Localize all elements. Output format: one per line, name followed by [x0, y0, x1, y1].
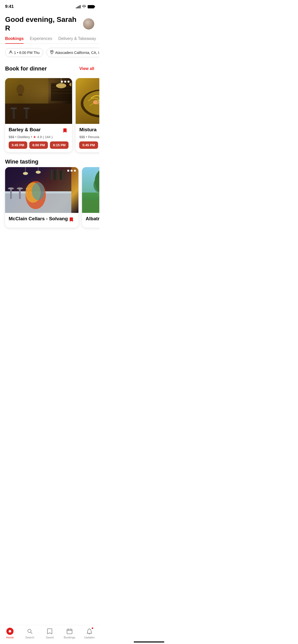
- svg-point-18: [17, 84, 24, 95]
- battery-icon: [88, 5, 94, 8]
- card-mcclain[interactable]: McClain Cellars - Solvang: [5, 167, 78, 228]
- svg-rect-29: [57, 169, 59, 180]
- bookmark-barley[interactable]: [61, 127, 69, 134]
- bookmark-mcclain[interactable]: [68, 216, 75, 223]
- card-name-mistura: Mistura: [79, 127, 97, 133]
- location-icon: [50, 50, 53, 55]
- card-body-mistura: Mistura $$$ • Peruvian • ★ 5:45 PM: [76, 124, 99, 152]
- svg-point-41: [23, 172, 28, 175]
- svg-rect-16: [25, 109, 28, 119]
- dot-2: [64, 81, 66, 83]
- card-name-barley: Barley & Boar: [9, 127, 41, 133]
- time-slot-615[interactable]: 6:15 PM: [50, 141, 69, 149]
- svg-rect-34: [19, 189, 21, 199]
- dot-1: [61, 81, 63, 83]
- status-icons: [76, 4, 94, 9]
- dot-3: [74, 170, 76, 172]
- dinner-title: Book for dinner: [5, 65, 47, 72]
- card-meta-mistura: $$$ • Peruvian • ★: [79, 135, 99, 139]
- time-slot-545[interactable]: 5:45 PM: [9, 141, 27, 149]
- card-dots: [61, 81, 70, 83]
- svg-rect-11: [5, 87, 71, 87]
- view-all-dinner[interactable]: View all: [79, 66, 94, 71]
- dot-2: [71, 170, 73, 172]
- svg-rect-19: [18, 94, 22, 96]
- svg-point-22: [93, 100, 99, 104]
- wine-section-header: Wine tasting: [0, 156, 99, 167]
- card-body-mcclain: McClain Cellars - Solvang: [5, 213, 78, 228]
- svg-rect-31: [63, 170, 65, 180]
- time-slot-600[interactable]: 6:00 PM: [29, 141, 48, 149]
- svg-point-40: [32, 182, 45, 200]
- time-slots-mistura: 5:45 PM: [79, 141, 99, 149]
- svg-point-0: [10, 51, 11, 52]
- svg-point-43: [36, 171, 41, 174]
- card-name-albatross: Albatross Rid: [86, 216, 99, 222]
- card-body-albatross: Albatross Rid: [82, 213, 99, 226]
- filters-row: 1 • 6:00 PM Thu Atascadero California, C…: [0, 44, 99, 61]
- svg-rect-14: [13, 109, 15, 119]
- time-slot-mistura-545[interactable]: 5:45 PM: [79, 141, 98, 149]
- card-albatross[interactable]: Albatross Rid: [82, 167, 99, 228]
- status-bar: 9:41: [0, 0, 99, 12]
- svg-rect-32: [10, 189, 12, 199]
- svg-point-33: [8, 187, 14, 189]
- svg-rect-10: [5, 84, 71, 84]
- greeting-text: Good evening, Sarah R: [5, 15, 83, 32]
- filter-guests[interactable]: 1 • 6:00 PM Thu: [5, 48, 43, 57]
- card-image-barley: [5, 78, 72, 124]
- card-image-albatross: [82, 167, 99, 213]
- person-icon: [9, 50, 12, 55]
- svg-rect-15: [11, 108, 17, 109]
- avatar[interactable]: [83, 18, 94, 30]
- dinner-section-header: Book for dinner View all: [0, 61, 99, 78]
- tab-bookings[interactable]: Bookings: [5, 36, 24, 43]
- card-mistura[interactable]: Mistura $$$ • Peruvian • ★ 5:45 PM: [76, 78, 99, 152]
- time-slots-barley: 5:45 PM 6:00 PM 6:15 PM: [9, 141, 69, 149]
- main-tabs: Bookings Experiences Delivery & Takeaway: [0, 36, 99, 44]
- svg-rect-12: [5, 90, 71, 90]
- signal-icon: [76, 5, 80, 8]
- wine-cards-scroll: McClain Cellars - Solvang: [0, 167, 99, 232]
- wifi-icon: [82, 4, 86, 9]
- wine-title: Wine tasting: [5, 158, 38, 165]
- svg-rect-30: [60, 171, 62, 180]
- dot-1: [67, 170, 69, 172]
- card-body-barley: Barley & Boar $$$ • Distillery • ★ 4.9 (…: [5, 124, 72, 152]
- svg-rect-54: [82, 200, 99, 213]
- header: Good evening, Sarah R: [0, 12, 99, 36]
- filter-location-label: Atascadero California, CA, United St: [55, 51, 99, 55]
- card-barley-boar[interactable]: Barley & Boar $$$ • Distillery • ★ 4.9 (…: [5, 78, 72, 152]
- status-time: 9:41: [5, 4, 14, 9]
- filter-guests-label: 1 • 6:00 PM Thu: [14, 51, 39, 55]
- filter-location[interactable]: Atascadero California, CA, United St: [46, 48, 99, 57]
- dot-3: [67, 81, 70, 83]
- card-meta-barley: $$$ • Distillery • ★ 4.9 (144): [9, 135, 69, 139]
- svg-rect-13: [5, 93, 71, 93]
- svg-rect-17: [23, 108, 30, 109]
- card-image-mistura: [76, 78, 99, 124]
- card-image-mcclain: [5, 167, 78, 213]
- svg-point-1: [51, 51, 52, 52]
- dinner-cards-scroll: Barley & Boar $$$ • Distillery • ★ 4.9 (…: [0, 78, 99, 156]
- svg-rect-28: [54, 170, 56, 180]
- card-name-mcclain: McClain Cellars - Solvang: [9, 216, 68, 222]
- svg-rect-8: [5, 78, 48, 104]
- tab-delivery[interactable]: Delivery & Takeaway: [58, 36, 96, 43]
- card-dots-mcclain: [67, 170, 76, 172]
- tab-experiences[interactable]: Experiences: [30, 36, 52, 43]
- svg-point-35: [17, 187, 23, 189]
- svg-rect-2: [5, 104, 71, 124]
- svg-rect-27: [51, 170, 52, 180]
